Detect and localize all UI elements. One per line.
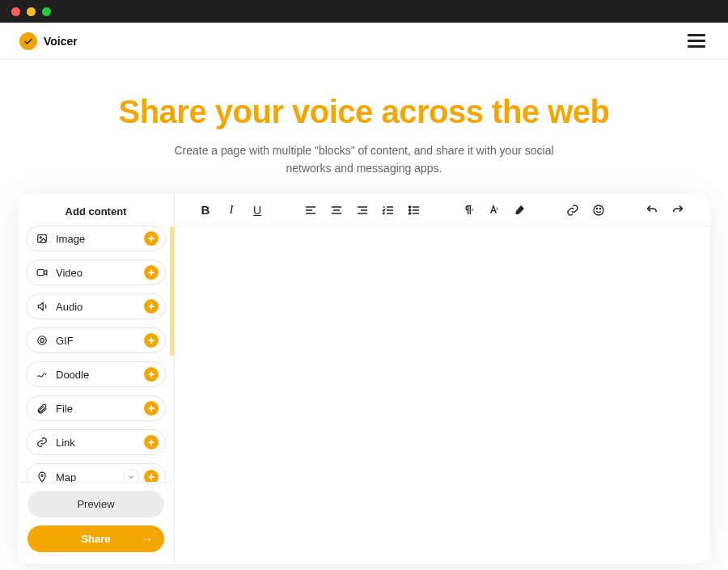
- align-right-button[interactable]: [354, 204, 370, 217]
- insert-link-button[interactable]: [565, 204, 581, 217]
- redo-button[interactable]: [670, 204, 686, 217]
- brand-name: Voicer: [44, 35, 78, 48]
- file-icon: [35, 403, 49, 414]
- content-item-audio[interactable]: Audio +: [26, 293, 166, 319]
- sidebar-scrollbar[interactable]: [170, 226, 174, 356]
- svg-rect-2: [37, 270, 44, 276]
- arrow-right-icon: →: [142, 533, 153, 546]
- doodle-icon: [35, 369, 49, 380]
- video-icon: [35, 267, 49, 278]
- menu-button[interactable]: [684, 31, 709, 51]
- svg-point-3: [38, 336, 47, 345]
- maximize-window-dot[interactable]: [42, 7, 51, 16]
- add-icon: +: [144, 265, 159, 280]
- content-item-label: Map: [49, 471, 123, 483]
- close-window-dot[interactable]: [11, 7, 20, 16]
- svg-point-11: [599, 208, 600, 209]
- hero-title: Share your voice across the web: [32, 94, 696, 130]
- underline-button[interactable]: U: [249, 204, 265, 217]
- bold-button[interactable]: B: [197, 203, 214, 217]
- image-icon: [35, 233, 49, 244]
- text-color-button[interactable]: [485, 204, 502, 217]
- paragraph-button[interactable]: [459, 204, 476, 217]
- svg-point-1: [40, 237, 41, 239]
- svg-point-5: [41, 475, 43, 476]
- add-icon: +: [144, 401, 159, 416]
- undo-button[interactable]: [644, 204, 660, 217]
- preview-button[interactable]: Preview: [28, 491, 164, 517]
- svg-point-6: [409, 206, 411, 208]
- svg-rect-0: [38, 234, 47, 242]
- italic-button[interactable]: I: [223, 203, 239, 217]
- svg-point-7: [409, 209, 411, 211]
- brand[interactable]: Voicer: [19, 32, 78, 50]
- unordered-list-button[interactable]: [406, 204, 422, 217]
- hero: Share your voice across the web Create a…: [0, 60, 728, 202]
- content-item-doodle[interactable]: Doodle +: [26, 361, 166, 387]
- add-icon: +: [144, 231, 159, 246]
- content-item-video[interactable]: Video +: [26, 260, 166, 285]
- chevron-down-icon[interactable]: [123, 469, 139, 482]
- content-item-label: Doodle: [49, 369, 144, 381]
- share-button-label: Share: [81, 533, 110, 545]
- add-icon: +: [144, 299, 159, 314]
- content-item-label: Audio: [49, 301, 144, 313]
- add-icon: +: [144, 333, 159, 348]
- content-item-label: Link: [49, 437, 144, 449]
- content-item-image[interactable]: Image +: [26, 226, 166, 251]
- hero-subtitle: Create a page with multiple "blocks" of …: [154, 141, 574, 178]
- content-item-label: Image: [49, 233, 144, 245]
- align-center-button[interactable]: [328, 204, 345, 217]
- add-icon: +: [144, 470, 159, 482]
- audio-icon: [35, 301, 49, 312]
- add-icon: +: [144, 435, 159, 450]
- content-item-label: File: [49, 403, 144, 415]
- window-chrome: [0, 0, 728, 23]
- ordered-list-button[interactable]: [380, 204, 396, 217]
- editor-toolbar: B I U: [175, 194, 710, 226]
- workspace: Add content Image + Video + A: [18, 194, 710, 564]
- add-icon: +: [144, 367, 159, 382]
- sidebar-footer: Preview Share →: [18, 482, 174, 564]
- svg-point-10: [596, 208, 597, 209]
- emoji-button[interactable]: [590, 204, 607, 217]
- content-item-file[interactable]: File +: [26, 395, 166, 421]
- align-left-button[interactable]: [303, 204, 319, 217]
- share-button[interactable]: Share →: [28, 526, 164, 552]
- content-item-link[interactable]: Link +: [26, 429, 166, 455]
- content-item-gif[interactable]: GIF +: [26, 327, 166, 353]
- brand-logo-icon: [19, 32, 37, 50]
- highlight-button[interactable]: [511, 204, 527, 217]
- content-item-label: Video: [49, 267, 144, 279]
- sidebar: Add content Image + Video + A: [18, 194, 175, 564]
- svg-point-9: [594, 205, 603, 215]
- gif-icon: [35, 335, 49, 346]
- editor-canvas[interactable]: [175, 226, 710, 564]
- svg-point-8: [409, 213, 411, 214]
- link-icon: [35, 437, 49, 448]
- map-icon: [35, 471, 49, 482]
- minimize-window-dot[interactable]: [27, 7, 36, 16]
- content-item-map[interactable]: Map +: [26, 463, 166, 482]
- content-list: Image + Video + Audio +: [18, 226, 174, 482]
- content-item-label: GIF: [49, 335, 144, 347]
- svg-point-4: [40, 339, 44, 343]
- top-bar: Voicer: [0, 23, 728, 60]
- sidebar-title: Add content: [18, 194, 174, 226]
- editor: B I U: [175, 194, 710, 564]
